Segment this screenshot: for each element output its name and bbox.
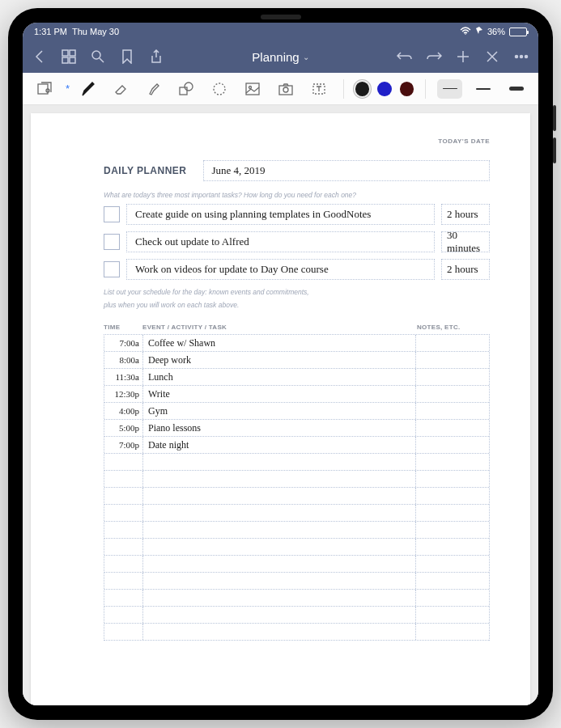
schedule-event bbox=[143, 573, 416, 589]
schedule-notes bbox=[416, 471, 489, 487]
color-black[interactable] bbox=[355, 82, 369, 96]
schedule-row[interactable] bbox=[104, 454, 489, 471]
zoom-tool[interactable] bbox=[32, 76, 57, 102]
tasks-hint: What are today's three most important ta… bbox=[104, 191, 490, 199]
chevron-down-icon[interactable]: ⌄ bbox=[303, 53, 309, 61]
side-button-2 bbox=[553, 138, 556, 163]
schedule-row[interactable]: 11:30aLunch bbox=[104, 369, 489, 386]
schedule-row[interactable]: 7:00aCoffee w/ Shawn bbox=[104, 335, 489, 352]
more-button[interactable] bbox=[512, 48, 530, 66]
task-text-field[interactable]: Create guide on using planning templates… bbox=[126, 204, 435, 225]
highlighter-tool[interactable] bbox=[141, 76, 166, 102]
lasso-tool[interactable] bbox=[207, 76, 232, 102]
schedule-notes bbox=[416, 369, 489, 385]
schedule-row[interactable] bbox=[104, 471, 489, 488]
task-duration-field[interactable]: 30 minutes bbox=[441, 231, 490, 252]
schedule-event: Gym bbox=[143, 403, 416, 419]
pen-tool[interactable] bbox=[74, 76, 100, 102]
schedule-row[interactable]: 12:30pWrite bbox=[104, 386, 489, 403]
task-checkbox[interactable] bbox=[104, 261, 120, 277]
back-button[interactable] bbox=[31, 48, 49, 66]
svg-rect-1 bbox=[62, 50, 68, 56]
toolbar: * bbox=[23, 73, 538, 105]
page-area[interactable]: TODAY'S DATE DAILY PLANNER June 4, 2019 … bbox=[23, 105, 538, 705]
text-tool[interactable] bbox=[307, 76, 332, 102]
schedule-time: 8:00a bbox=[104, 352, 143, 368]
search-button[interactable] bbox=[89, 48, 107, 66]
battery-pct: 36% bbox=[487, 27, 505, 36]
date-field[interactable]: June 4, 2019 bbox=[203, 160, 490, 181]
color-red[interactable] bbox=[400, 82, 414, 96]
task-checkbox[interactable] bbox=[104, 234, 120, 250]
schedule-event: Piano lessons bbox=[143, 420, 416, 436]
add-button[interactable] bbox=[454, 48, 472, 66]
svg-rect-9 bbox=[38, 84, 48, 94]
schedule-row[interactable]: 8:00aDeep work bbox=[104, 352, 489, 369]
schedule-notes bbox=[416, 454, 489, 470]
shapes-tool[interactable] bbox=[174, 76, 199, 102]
schedule-time bbox=[104, 607, 143, 623]
schedule-time: 11:30a bbox=[104, 369, 143, 385]
schedule-event bbox=[143, 454, 416, 470]
schedule-grid[interactable]: 7:00aCoffee w/ Shawn8:00aDeep work11:30a… bbox=[104, 334, 490, 641]
undo-button[interactable] bbox=[396, 48, 414, 66]
schedule-row[interactable]: 7:00pDate night bbox=[104, 437, 489, 454]
schedule-row[interactable] bbox=[104, 522, 489, 539]
schedule-row[interactable] bbox=[104, 488, 489, 505]
schedule-row[interactable] bbox=[104, 624, 489, 641]
stroke-medium[interactable] bbox=[470, 79, 495, 99]
schedule-time: 7:00a bbox=[104, 335, 143, 351]
schedule-notes bbox=[416, 539, 489, 555]
schedule-event bbox=[143, 624, 416, 640]
schedule-row[interactable] bbox=[104, 573, 489, 590]
svg-point-8 bbox=[525, 56, 528, 58]
schedule-time bbox=[104, 454, 143, 470]
location-icon bbox=[475, 27, 483, 36]
side-button-1 bbox=[553, 105, 556, 131]
grid-view-button[interactable] bbox=[60, 48, 78, 66]
schedule-notes bbox=[416, 573, 489, 589]
task-checkbox[interactable] bbox=[104, 206, 120, 222]
bookmark-button[interactable] bbox=[118, 48, 136, 66]
share-button[interactable] bbox=[147, 48, 165, 66]
schedule-row[interactable] bbox=[104, 539, 489, 556]
stroke-thin[interactable] bbox=[437, 79, 462, 99]
schedule-notes bbox=[416, 590, 489, 606]
todays-date-label: TODAY'S DATE bbox=[438, 138, 490, 145]
image-tool[interactable] bbox=[240, 76, 266, 102]
schedule-row[interactable]: 4:00pGym bbox=[104, 403, 489, 420]
color-blue[interactable] bbox=[377, 82, 391, 96]
schedule-row[interactable]: 5:00pPiano lessons bbox=[104, 420, 489, 437]
planner-page[interactable]: TODAY'S DATE DAILY PLANNER June 4, 2019 … bbox=[31, 113, 530, 705]
schedule-notes bbox=[416, 335, 489, 351]
svg-rect-2 bbox=[70, 50, 75, 56]
edit-toggle-button[interactable] bbox=[483, 48, 501, 66]
schedule-row[interactable] bbox=[104, 607, 489, 624]
schedule-notes bbox=[416, 403, 489, 419]
schedule-event bbox=[143, 488, 416, 504]
schedule-row[interactable] bbox=[104, 556, 489, 573]
camera-tool[interactable] bbox=[274, 76, 299, 102]
screen: 1:31 PM Thu May 30 36% Planning ⌄ bbox=[23, 23, 538, 705]
task-text-field[interactable]: Check out update to Alfred bbox=[126, 231, 435, 252]
task-duration-field[interactable]: 2 hours bbox=[441, 204, 490, 225]
schedule-event bbox=[143, 607, 416, 623]
stroke-thick[interactable] bbox=[504, 79, 529, 99]
document-title[interactable]: Planning bbox=[252, 50, 299, 64]
eraser-tool[interactable] bbox=[108, 76, 133, 102]
schedule-notes bbox=[416, 522, 489, 538]
redo-button[interactable] bbox=[425, 48, 443, 66]
schedule-time: 12:30p bbox=[104, 386, 143, 402]
schedule-row[interactable] bbox=[104, 505, 489, 522]
schedule-row[interactable] bbox=[104, 590, 489, 607]
schedule-notes bbox=[416, 437, 489, 453]
svg-point-13 bbox=[214, 83, 225, 95]
task-duration-field[interactable]: 2 hours bbox=[441, 259, 490, 280]
task-text-field[interactable]: Work on videos for update to Day One cou… bbox=[126, 259, 435, 280]
title-bar: Planning ⌄ bbox=[23, 40, 538, 73]
svg-point-12 bbox=[185, 83, 193, 91]
svg-rect-4 bbox=[70, 57, 75, 63]
divider bbox=[425, 79, 426, 99]
svg-point-7 bbox=[521, 56, 523, 58]
schedule-event bbox=[143, 522, 416, 538]
